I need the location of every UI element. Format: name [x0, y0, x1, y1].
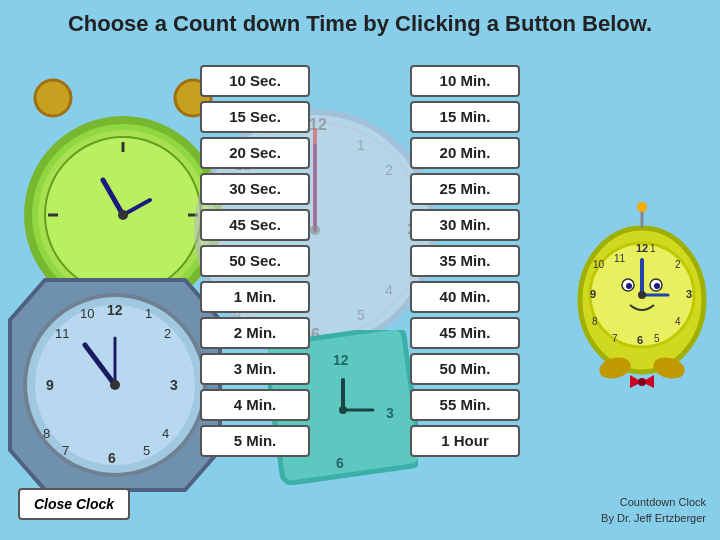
- left-btn-4[interactable]: 45 Sec.: [200, 209, 310, 241]
- left-btn-2[interactable]: 20 Sec.: [200, 137, 310, 169]
- attribution-line2: By Dr. Jeff Ertzberger: [601, 512, 706, 524]
- right-btn-5[interactable]: 35 Min.: [410, 245, 520, 277]
- left-btn-0[interactable]: 10 Sec.: [200, 65, 310, 97]
- right-btn-9[interactable]: 55 Min.: [410, 389, 520, 421]
- left-btn-7[interactable]: 2 Min.: [200, 317, 310, 349]
- attribution-line1: Countdown Clock: [620, 496, 706, 508]
- left-btn-10[interactable]: 5 Min.: [200, 425, 310, 457]
- buttons-area: 10 Sec.15 Sec.20 Sec.30 Sec.45 Sec.50 Se…: [0, 65, 720, 457]
- right-btn-4[interactable]: 30 Min.: [410, 209, 520, 241]
- left-btn-5[interactable]: 50 Sec.: [200, 245, 310, 277]
- svg-text:6: 6: [336, 455, 344, 471]
- left-btn-3[interactable]: 30 Sec.: [200, 173, 310, 205]
- left-btn-1[interactable]: 15 Sec.: [200, 101, 310, 133]
- right-btn-7[interactable]: 45 Min.: [410, 317, 520, 349]
- right-btn-8[interactable]: 50 Min.: [410, 353, 520, 385]
- right-btn-2[interactable]: 20 Min.: [410, 137, 520, 169]
- right-column: 10 Min.15 Min.20 Min.25 Min.30 Min.35 Mi…: [410, 65, 520, 457]
- left-btn-9[interactable]: 4 Min.: [200, 389, 310, 421]
- left-btn-6[interactable]: 1 Min.: [200, 281, 310, 313]
- left-column: 10 Sec.15 Sec.20 Sec.30 Sec.45 Sec.50 Se…: [200, 65, 310, 457]
- right-btn-0[interactable]: 10 Min.: [410, 65, 520, 97]
- page-title: Choose a Count down Time by Clicking a B…: [0, 0, 720, 45]
- right-btn-10[interactable]: 1 Hour: [410, 425, 520, 457]
- right-btn-6[interactable]: 40 Min.: [410, 281, 520, 313]
- attribution: Countdown Clock By Dr. Jeff Ertzberger: [601, 495, 706, 526]
- right-btn-1[interactable]: 15 Min.: [410, 101, 520, 133]
- close-clock-button[interactable]: Close Clock: [18, 488, 130, 520]
- right-btn-3[interactable]: 25 Min.: [410, 173, 520, 205]
- left-btn-8[interactable]: 3 Min.: [200, 353, 310, 385]
